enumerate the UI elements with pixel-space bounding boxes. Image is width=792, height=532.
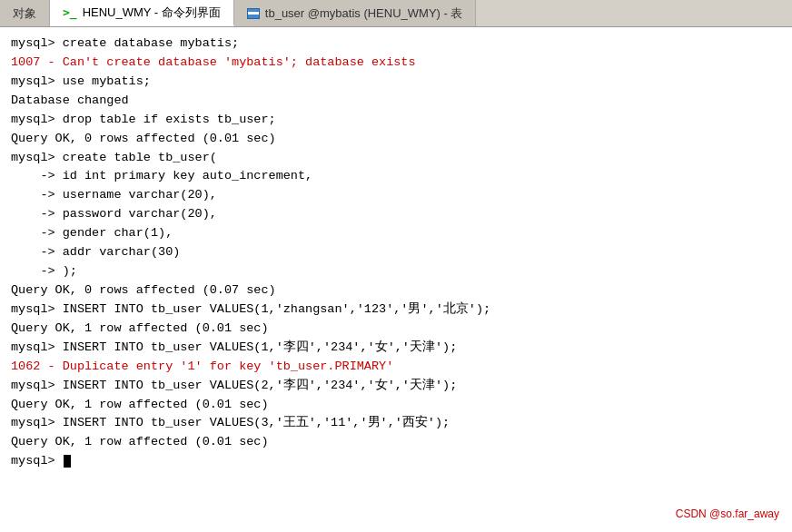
console-line: 1062 - Duplicate entry '1' for key 'tb_u…	[11, 358, 781, 377]
cmd-icon: >_	[63, 5, 77, 19]
console-line: mysql> INSERT INTO tb_user VALUES(3,'王五'…	[11, 414, 781, 433]
objects-label: 对象	[13, 5, 36, 22]
console-label: HENU_WMY - 命令列界面	[83, 5, 221, 21]
tab-objects[interactable]: 对象	[0, 0, 50, 26]
console-line: Query OK, 0 rows affected (0.07 sec)	[11, 281, 781, 300]
console-line: -> addr varchar(30)	[11, 243, 781, 262]
console-line: mysql> create database mybatis;	[11, 34, 781, 54]
console-lines: mysql> create database mybatis;1007 - Ca…	[11, 34, 781, 471]
table-icon	[247, 8, 260, 19]
console-line: Database changed	[11, 92, 781, 111]
console-area[interactable]: mysql> create database mybatis;1007 - Ca…	[0, 27, 792, 532]
console-line: Query OK, 1 row affected (0.01 sec)	[11, 396, 781, 415]
tab-console[interactable]: >_ HENU_WMY - 命令列界面	[50, 0, 234, 26]
console-line: Query OK, 1 row affected (0.01 sec)	[11, 433, 781, 452]
cursor	[64, 455, 71, 468]
console-line: mysql> use mybatis;	[11, 73, 781, 92]
tab-table[interactable]: tb_user @mybatis (HENU_WMY) - 表	[234, 0, 477, 26]
app-window: 对象 >_ HENU_WMY - 命令列界面 tb_user @mybatis …	[0, 0, 792, 532]
console-line: Query OK, 0 rows affected (0.01 sec)	[11, 130, 781, 149]
console-line: -> );	[11, 262, 781, 281]
console-line: -> username varchar(20),	[11, 186, 781, 205]
console-line: Query OK, 1 row affected (0.01 sec)	[11, 320, 781, 339]
console-line: mysql> INSERT INTO tb_user VALUES(1,'zha…	[11, 300, 781, 320]
console-line: -> id int primary key auto_increment,	[11, 167, 781, 186]
tab-bar: 对象 >_ HENU_WMY - 命令列界面 tb_user @mybatis …	[0, 0, 792, 27]
console-line: mysql>	[11, 452, 781, 471]
console-line: mysql> INSERT INTO tb_user VALUES(1,'李四'…	[11, 339, 781, 358]
table-label: tb_user @mybatis (HENU_WMY) - 表	[265, 5, 463, 22]
console-line: mysql> create table tb_user(	[11, 149, 781, 168]
console-line: 1007 - Can't create database 'mybatis'; …	[11, 54, 781, 73]
watermark: CSDN @so.far_away	[676, 506, 779, 523]
console-line: mysql> INSERT INTO tb_user VALUES(2,'李四'…	[11, 377, 781, 396]
console-line: -> password varchar(20),	[11, 205, 781, 224]
console-line: -> gender char(1),	[11, 224, 781, 243]
console-line: mysql> drop table if exists tb_user;	[11, 111, 781, 130]
